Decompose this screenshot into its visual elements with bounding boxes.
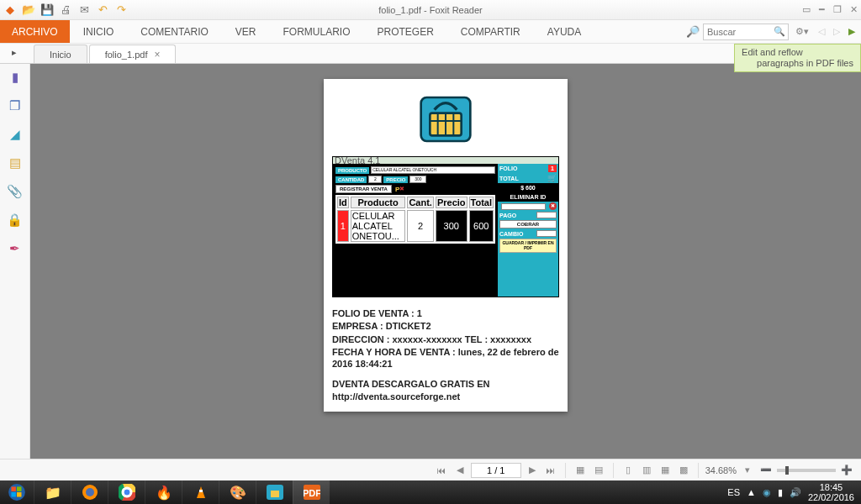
- task-vlc[interactable]: [182, 480, 219, 504]
- page-number-input[interactable]: [471, 463, 521, 478]
- app-pago-label: PAGO: [499, 213, 516, 218]
- menu-compartir[interactable]: COMPARTIR: [447, 26, 534, 38]
- last-page-icon[interactable]: ⏭: [543, 463, 558, 478]
- app-total-label: TOTAL: [499, 176, 519, 181]
- ribbon-toggle-icon[interactable]: ▭: [802, 4, 811, 15]
- layout-single-icon[interactable]: ▯: [621, 463, 636, 478]
- tray-clock[interactable]: 18:45 22/02/2016: [808, 482, 854, 502]
- doc-folio: FOLIO DE VENTA : 1: [332, 307, 559, 319]
- svg-rect-9: [11, 492, 16, 497]
- doc-direccion: DIRECCION : xxxxxx-xxxxxxx TEL : xxxxxxx…: [332, 333, 559, 345]
- app-producto-label: PRODUCTO: [335, 167, 369, 174]
- start-button[interactable]: [0, 480, 34, 504]
- menu-file[interactable]: ARCHIVO: [0, 20, 70, 43]
- tab-close-icon[interactable]: ×: [154, 49, 160, 60]
- tray-flag-icon[interactable]: ▲: [747, 487, 756, 497]
- menu-formulario[interactable]: FORMULARIO: [270, 26, 364, 38]
- tray-app-icon[interactable]: ◉: [763, 487, 771, 498]
- menu-bar: ARCHIVO INICIO COMENTARIO VER FORMULARIO…: [0, 20, 861, 44]
- task-dventa[interactable]: [256, 480, 293, 504]
- nav-next-icon[interactable]: ▷: [831, 26, 843, 37]
- next-page-icon[interactable]: ▶: [525, 463, 540, 478]
- menu-proteger[interactable]: PROTEGER: [364, 26, 447, 38]
- zoom-out-icon[interactable]: ➖: [758, 463, 774, 478]
- task-paint[interactable]: 🎨: [219, 480, 256, 504]
- zoom-dropdown-icon[interactable]: ▾: [740, 463, 755, 478]
- nav-prev-icon[interactable]: ◁: [816, 26, 827, 37]
- search-box[interactable]: 🔍: [703, 24, 789, 40]
- bookmark-icon[interactable]: ▮: [7, 69, 24, 86]
- comments-icon[interactable]: ▤: [7, 155, 24, 171]
- mail-icon[interactable]: ✉: [77, 3, 91, 17]
- attachment-icon[interactable]: 📎: [7, 183, 24, 200]
- pages-icon[interactable]: ❐: [7, 97, 24, 114]
- main-area: ▮ ❐ ◢ ▤ 📎 🔒 ✒ DVenta 4.1: [0, 64, 861, 459]
- tab-inicio[interactable]: Inicio: [34, 45, 87, 63]
- doc-empresa: EMPRESA : DTICKET2: [332, 320, 559, 332]
- tab-label: Inicio: [50, 50, 71, 60]
- layout-facing-cont-icon[interactable]: ▩: [676, 463, 691, 478]
- signature-icon[interactable]: ✒: [7, 240, 24, 257]
- tooltip-line2: paragraphs in PDF files: [742, 58, 853, 69]
- undo-icon[interactable]: ↶: [96, 3, 109, 17]
- zoom-slider[interactable]: [777, 469, 836, 472]
- svg-rect-21: [271, 491, 279, 497]
- redo-icon[interactable]: ↷: [114, 3, 128, 17]
- prev-page-icon[interactable]: ◀: [452, 463, 467, 478]
- nav-play-icon[interactable]: ▶: [846, 26, 858, 37]
- app-total-value: $ 600: [498, 183, 558, 192]
- maximize-icon[interactable]: ❐: [833, 4, 842, 15]
- title-bar: ◆ 📂 💾 🖨 ✉ ↶ ↷ folio_1.pdf - Foxit Reader…: [0, 0, 861, 20]
- zoom-in-icon[interactable]: ➕: [839, 463, 854, 478]
- document-text-block: FOLIO DE VENTA : 1 EMPRESA : DTICKET2 DI…: [332, 307, 559, 403]
- app-table: IdProductoCant.PrecioTotal 1CELULAR ALCA…: [335, 195, 495, 244]
- menu-ver[interactable]: VER: [222, 26, 270, 38]
- task-burner[interactable]: 🔥: [145, 480, 182, 504]
- open-icon[interactable]: 📂: [22, 3, 35, 17]
- save-icon[interactable]: 💾: [40, 3, 54, 17]
- app-precio-label: PRECIO: [383, 176, 408, 183]
- task-foxit[interactable]: PDF: [293, 480, 330, 504]
- menu-inicio[interactable]: INICIO: [70, 26, 128, 38]
- close-icon[interactable]: ✕: [850, 4, 858, 15]
- sidebar-toggle-icon[interactable]: ▸: [12, 47, 17, 58]
- task-chrome[interactable]: [108, 480, 145, 504]
- view-mode-2-icon[interactable]: ▤: [591, 463, 606, 478]
- tray-volume-icon[interactable]: 🔊: [790, 487, 801, 498]
- menu-comentario[interactable]: COMENTARIO: [127, 26, 221, 38]
- minimize-icon[interactable]: ━: [819, 4, 825, 15]
- security-icon[interactable]: 🔒: [7, 212, 24, 228]
- app-eliminar-input: [501, 203, 546, 210]
- layers-icon[interactable]: ◢: [7, 126, 24, 143]
- tooltip-line1: Edit and reflow: [742, 47, 853, 58]
- quick-access-toolbar: ◆ 📂 💾 🖨 ✉ ↶ ↷: [3, 3, 128, 17]
- view-mode-1-icon[interactable]: ▦: [573, 463, 588, 478]
- app-cobrar-button: COBRAR: [499, 220, 557, 228]
- app-cambio-value: [536, 230, 557, 237]
- tray-lang[interactable]: ES: [727, 487, 740, 497]
- app-producto-input: CELULAR ALCATEL ONETOUCH: [371, 166, 495, 174]
- menu-ayuda[interactable]: AYUDA: [534, 26, 594, 38]
- tab-folio[interactable]: folio_1.pdf×: [89, 45, 177, 63]
- tray-network-icon[interactable]: ▮: [778, 487, 783, 498]
- layout-facing-icon[interactable]: ▦: [658, 463, 673, 478]
- task-firefox[interactable]: [71, 480, 108, 504]
- task-explorer[interactable]: 📁: [34, 480, 71, 504]
- search-icon[interactable]: 🔍: [771, 26, 788, 37]
- status-bar: ⏮ ◀ ▶ ⏭ ▦ ▤ ▯ ▥ ▦ ▩ 34.68% ▾ ➖ ➕: [0, 459, 861, 480]
- app-cambio-label: CAMBIO: [499, 231, 523, 237]
- first-page-icon[interactable]: ⏮: [434, 463, 449, 478]
- gear-icon[interactable]: ⚙▾: [792, 26, 812, 37]
- taskbar: 📁 🔥 🎨 PDF ES ▲ ◉ ▮ 🔊 18:45 22/02/2016: [0, 480, 861, 504]
- document-canvas[interactable]: DVenta 4.1 PRODUCTOCELULAR ALCATEL ONETO…: [30, 64, 861, 459]
- tray-date: 22/02/2016: [808, 492, 854, 502]
- svg-point-12: [86, 488, 94, 496]
- app-precio-input: 300: [409, 176, 426, 183]
- search-input[interactable]: [704, 27, 771, 37]
- svg-rect-19: [199, 490, 203, 492]
- system-tray: ES ▲ ◉ ▮ 🔊 18:45 22/02/2016: [721, 482, 861, 502]
- find-icon[interactable]: 🔎: [686, 25, 700, 39]
- print-icon[interactable]: 🖨: [59, 3, 72, 17]
- embedded-app-screenshot: DVenta 4.1 PRODUCTOCELULAR ALCATEL ONETO…: [332, 156, 559, 297]
- layout-continuous-icon[interactable]: ▥: [639, 463, 654, 478]
